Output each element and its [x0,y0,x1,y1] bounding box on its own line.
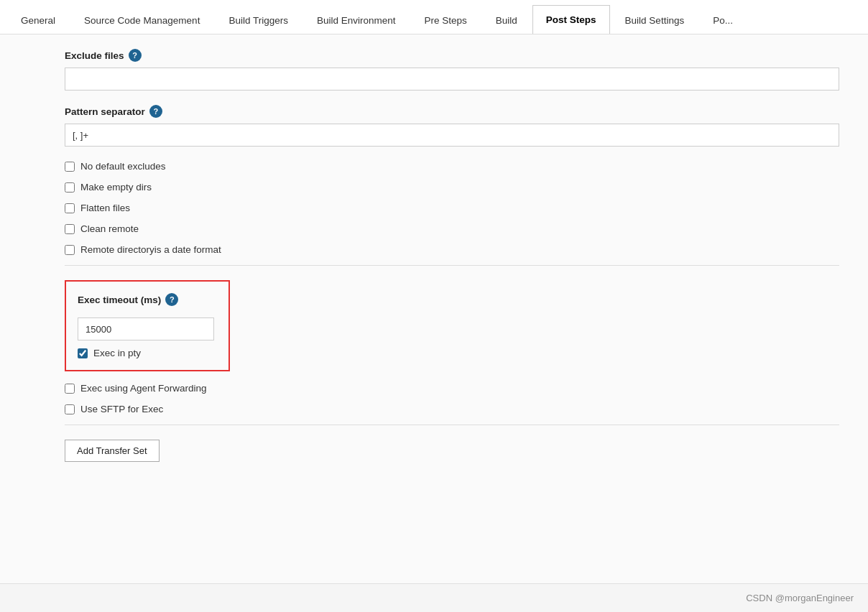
pattern-separator-label: Pattern separator ? [65,105,839,118]
bottom-bar: CSDN @morganEngineer [0,583,868,612]
exec-timeout-input[interactable] [78,317,214,340]
exec-in-pty-row: Exec in pty [78,348,214,358]
tab-bar: General Source Code Management Build Tri… [0,0,868,34]
exec-highlight-box: Exec timeout (ms) ? Exec in pty [65,280,230,371]
tab-build[interactable]: Build [482,6,531,34]
exec-using-agent-forwarding-row: Exec using Agent Forwarding [65,383,839,394]
tab-more[interactable]: Po... [699,6,747,34]
exec-using-agent-forwarding-label[interactable]: Exec using Agent Forwarding [80,383,207,394]
tab-general[interactable]: General [7,6,69,34]
add-transfer-set-button[interactable]: Add Transfer Set [65,440,160,462]
tab-build-triggers[interactable]: Build Triggers [215,6,302,34]
tab-post-steps[interactable]: Post Steps [532,5,610,34]
tab-pre-steps[interactable]: Pre Steps [411,6,481,34]
make-empty-dirs-label[interactable]: Make empty dirs [80,182,152,193]
remote-directory-date-format-row: Remote directoryis a date format [65,244,839,255]
watermark-text: CSDN @morganEngineer [746,593,854,603]
flatten-files-row: Flatten files [65,203,839,213]
exclude-files-label: Exclude files ? [65,49,839,62]
flatten-files-label[interactable]: Flatten files [80,203,130,213]
exec-in-pty-checkbox[interactable] [78,348,88,358]
exec-timeout-help-icon[interactable]: ? [165,293,178,306]
exec-in-pty-label[interactable]: Exec in pty [93,348,141,358]
pattern-separator-input[interactable] [65,124,839,147]
clean-remote-checkbox[interactable] [65,224,75,234]
tab-build-environment[interactable]: Build Environment [303,6,410,34]
main-content: Exclude files ? Pattern separator ? No d… [0,34,868,612]
tab-build-settings[interactable]: Build Settings [611,6,698,34]
exec-timeout-group: Exec timeout (ms) ? [78,293,214,340]
pattern-separator-group: Pattern separator ? [65,105,839,147]
flatten-files-checkbox[interactable] [65,203,75,213]
no-default-excludes-label[interactable]: No default excludes [80,161,166,172]
exclude-files-input[interactable] [65,68,839,91]
remote-directory-date-format-checkbox[interactable] [65,245,75,255]
pattern-separator-help-icon[interactable]: ? [149,105,162,118]
use-sftp-for-exec-checkbox[interactable] [65,404,75,414]
clean-remote-label[interactable]: Clean remote [80,223,139,234]
no-default-excludes-checkbox[interactable] [65,162,75,172]
remote-directory-date-format-label[interactable]: Remote directoryis a date format [80,244,221,255]
tab-source-code-management[interactable]: Source Code Management [70,6,213,34]
use-sftp-for-exec-row: Use SFTP for Exec [65,404,839,414]
exec-using-agent-forwarding-checkbox[interactable] [65,384,75,394]
exec-timeout-label: Exec timeout (ms) ? [78,293,214,306]
clean-remote-row: Clean remote [65,223,839,234]
make-empty-dirs-row: Make empty dirs [65,182,839,193]
divider-2 [65,425,839,425]
exclude-files-group: Exclude files ? [65,49,839,91]
divider [65,265,839,266]
use-sftp-for-exec-label[interactable]: Use SFTP for Exec [80,404,163,414]
no-default-excludes-row: No default excludes [65,161,839,172]
exclude-files-help-icon[interactable]: ? [129,49,142,62]
make-empty-dirs-checkbox[interactable] [65,182,75,193]
